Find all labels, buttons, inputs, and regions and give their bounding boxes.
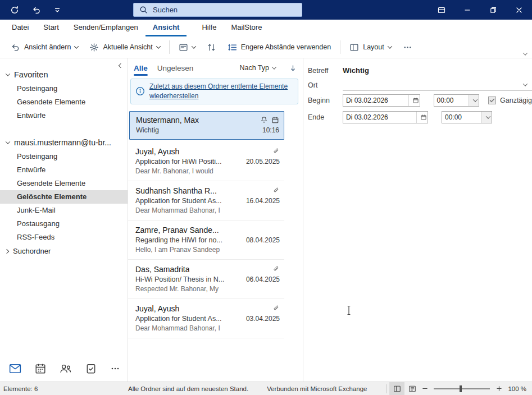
main-area: Favoriten Posteingang Gesendete Elemente… <box>0 58 532 382</box>
end-date-value: Di 03.02.2026 <box>343 113 388 121</box>
calendar-module-icon[interactable] <box>35 363 46 374</box>
end-label: Ende <box>308 113 343 121</box>
tasks-module-icon[interactable] <box>85 363 97 374</box>
attachment-icon <box>272 265 280 273</box>
account-header[interactable]: mausi.mustermann@tu-br... <box>0 135 128 150</box>
chevron-down-icon <box>272 65 276 69</box>
time-dropdown-icon[interactable] <box>481 112 492 123</box>
favorite-gesendete-elemente[interactable]: Gesendete Elemente <box>0 95 128 109</box>
folder-geloeschte-elemente[interactable]: Gelöschte Elemente <box>0 190 128 204</box>
tab-hilfe[interactable]: Hilfe <box>194 20 224 36</box>
reading-pane: Betreff Wichtig Ort Beginn Di 03.02.2026… <box>303 58 532 382</box>
tab-ansicht[interactable]: Ansicht <box>145 20 187 36</box>
location-combobox[interactable] <box>343 79 532 91</box>
sort-direction-icon[interactable] <box>289 64 297 72</box>
favorite-entwuerfe[interactable]: Entwürfe <box>0 109 128 122</box>
collapse-ribbon-icon[interactable] <box>523 50 528 55</box>
more-modules-icon[interactable] <box>110 364 120 374</box>
chevron-right-icon <box>4 249 9 253</box>
normal-view-icon[interactable] <box>389 382 404 395</box>
customize-toolbar-icon[interactable] <box>54 7 61 13</box>
subject-label: Betreff <box>308 67 343 75</box>
reverse-sort-button[interactable] <box>202 40 221 55</box>
ribbon-separator <box>169 40 170 54</box>
reading-view-icon[interactable] <box>404 382 420 395</box>
email-sender: Juyal, Ayush <box>135 304 179 313</box>
chevron-down-icon <box>156 44 160 48</box>
tighter-spacing-label: Engere Abstände verwenden <box>241 43 331 51</box>
email-preview: Dear Mr. Bahonar, I would <box>135 167 280 175</box>
message-preview-button[interactable] <box>174 40 201 55</box>
favorites-header[interactable]: Favoriten <box>0 67 128 82</box>
all-day-checkbox[interactable] <box>488 97 496 104</box>
reminder-bell-icon <box>260 116 268 124</box>
more-commands-button[interactable] <box>398 40 417 55</box>
restore-items-link[interactable]: Zuletzt aus diesem Ordner entfernte Elem… <box>149 82 293 101</box>
start-time-value: 00:00 <box>434 97 454 104</box>
folder-gesendete-elemente[interactable]: Gesendete Elemente <box>0 177 128 190</box>
email-date: 06.04.2025 <box>242 275 280 283</box>
minimize-button[interactable] <box>454 0 480 20</box>
email-list: Mustermann, Max Wichtig 10:16 Juyal, Ayu… <box>128 110 284 338</box>
start-time-field[interactable]: 00:00 <box>434 94 480 107</box>
tab-alle[interactable]: Alle <box>134 58 148 77</box>
tighter-spacing-icon <box>228 43 237 52</box>
favorite-posteingang[interactable]: Posteingang <box>0 82 128 95</box>
window-layout-icon[interactable] <box>429 0 454 20</box>
folder-posteingang[interactable]: Posteingang <box>0 150 128 163</box>
zoom-in-icon[interactable] <box>494 385 504 392</box>
zoom-slider-thumb[interactable] <box>460 385 462 392</box>
folder-rss-feeds[interactable]: RSS-Feeds <box>0 231 128 244</box>
zoom-slider[interactable] <box>434 388 490 389</box>
people-module-icon[interactable] <box>60 363 72 374</box>
end-time-field[interactable]: 00:00 <box>442 111 492 123</box>
current-view-button[interactable]: Aktuelle Ansicht <box>84 40 165 55</box>
sync-icon[interactable] <box>10 6 19 15</box>
chevron-down-icon <box>486 114 490 118</box>
tab-senden-empfangen[interactable]: Senden/Empfangen <box>66 20 145 36</box>
mail-module-icon[interactable] <box>9 363 21 374</box>
email-item-selected[interactable]: Mustermann, Max Wichtig 10:16 <box>129 111 284 140</box>
zoom-level[interactable]: 100 % <box>504 385 532 392</box>
email-item[interactable]: Sudhansh Shantha R... Application for St… <box>128 181 284 221</box>
start-date-field[interactable]: Di 03.02.2026 <box>343 94 420 107</box>
layout-icon <box>349 43 359 52</box>
change-view-icon <box>11 43 20 52</box>
date-picker-icon[interactable] <box>408 95 420 106</box>
start-date-value: Di 03.02.2026 <box>343 97 388 104</box>
email-item[interactable]: Das, Samadrita Hi-Wi Position/ Thesis in… <box>128 260 284 299</box>
email-item[interactable]: Juyal, Ayush Application for Student As.… <box>128 299 284 338</box>
tab-start[interactable]: Start <box>36 20 66 36</box>
folder-entwuerfe[interactable]: Entwürfe <box>0 163 128 177</box>
close-button[interactable] <box>506 0 532 20</box>
email-subject: Application for Student As... <box>135 197 222 205</box>
chevron-down-icon <box>6 71 10 76</box>
tab-datei[interactable]: Datei <box>4 20 36 36</box>
date-picker-icon[interactable] <box>416 112 428 123</box>
sort-by-dropdown[interactable]: Nach Typ <box>239 64 276 72</box>
search-input[interactable]: Suchen <box>133 3 302 17</box>
zoom-out-icon[interactable] <box>420 385 430 392</box>
folder-junk-e-mail[interactable]: Junk-E-Mail <box>0 204 128 217</box>
email-item[interactable]: Juyal, Ayush Application for HiWi Positi… <box>128 142 284 181</box>
calendar-item-icon <box>271 116 279 124</box>
tighter-spacing-button[interactable]: Engere Abstände verwenden <box>222 40 337 55</box>
quick-access-toolbar <box>0 6 61 15</box>
status-separator <box>386 384 387 393</box>
folder-postausgang[interactable]: Postausgang <box>0 217 128 231</box>
maximize-restore-button[interactable] <box>480 0 506 20</box>
search-folders-label: Suchordner <box>13 247 51 255</box>
tab-mailstore[interactable]: MailStore <box>224 20 269 36</box>
chevron-down-icon <box>523 81 528 86</box>
end-date-field[interactable]: Di 03.02.2026 <box>343 111 428 123</box>
current-view-label: Aktuelle Ansicht <box>103 43 152 51</box>
layout-button[interactable]: Layout <box>344 40 397 55</box>
change-view-button[interactable]: Ansicht ändern <box>6 40 83 55</box>
undo-icon[interactable] <box>32 6 41 15</box>
email-item[interactable]: Zamre, Pranav Sande... Regarding the HiW… <box>128 221 284 260</box>
tab-ungelesen[interactable]: Ungelesen <box>157 64 194 72</box>
time-dropdown-icon[interactable] <box>469 95 479 106</box>
end-time-value: 00:00 <box>442 113 462 121</box>
connection-status: Verbunden mit Microsoft Exchange <box>267 385 367 392</box>
search-folders-header[interactable]: Suchordner <box>0 244 128 258</box>
